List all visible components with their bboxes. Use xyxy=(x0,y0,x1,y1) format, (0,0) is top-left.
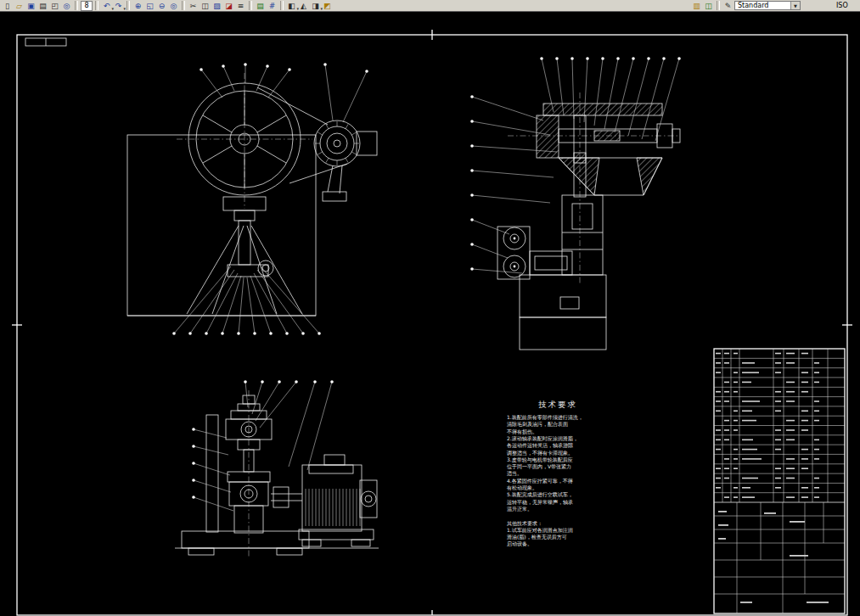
svg-text:3.皮带轮与电机带轮装配后应: 3.皮带轮与电机带轮装配后应 xyxy=(507,456,573,463)
chevron-down-icon[interactable]: ▼ xyxy=(790,2,800,9)
save-file-icon[interactable]: ▣ xyxy=(25,1,37,11)
zone-field[interactable]: 8 xyxy=(81,1,93,11)
drawing-area[interactable]: 技术要求 1.装配前所有零部件须进行清洗，清除毛刺及油污，配合表面不得有损伤。2… xyxy=(0,12,860,616)
find-icon[interactable]: ◎ xyxy=(61,1,72,11)
orbit-icon[interactable]: ◭ xyxy=(298,1,309,11)
markup-icon[interactable]: ✎ xyxy=(722,1,734,11)
new-file-icon[interactable]: ▯ xyxy=(2,1,13,11)
zoom-realtime-icon[interactable]: ⊕ xyxy=(132,1,143,11)
svg-text:滑油(脂)，检查无误后方可: 滑油(脂)，检查无误后方可 xyxy=(507,534,567,540)
svg-text:4.各紧固件应拧紧可靠，不得: 4.各紧固件应拧紧可靠，不得 xyxy=(507,478,573,484)
svg-text:其他技术要求：: 其他技术要求： xyxy=(507,520,542,527)
svg-text:有松动现象。: 有松动现象。 xyxy=(506,484,537,491)
dim-style-label[interactable]: ISO xyxy=(836,2,858,9)
toolbar-separator xyxy=(249,1,252,10)
svg-text:5.装配完成后进行空载试车，: 5.装配完成后进行空载试车， xyxy=(507,491,573,498)
tech-requirements-title: 技术要求 xyxy=(538,400,577,409)
toolbar-separator xyxy=(717,1,720,10)
calculator-icon[interactable]: # xyxy=(267,1,278,11)
toolbar-separator xyxy=(280,1,284,10)
text-style-combo[interactable]: Standard▼ xyxy=(734,1,801,10)
svg-text:适当。: 适当。 xyxy=(507,470,522,476)
tech-requirements: 技术要求 1.装配前所有零部件须进行清洗，清除毛刺及油污，配合表面不得有损伤。2… xyxy=(506,400,583,547)
front-view[interactable] xyxy=(127,73,377,316)
section-view[interactable] xyxy=(497,92,680,350)
toolbar: ▯▱▣▤◰◎8↶▾↷▾⊕◱⊖◎✂◫▨◪≡▤#◧▾◭◨▾◩▥◫✎Standard▼… xyxy=(0,0,860,12)
zoom-window-icon[interactable]: ◱ xyxy=(144,1,155,11)
drawing-canvas[interactable]: 技术要求 1.装配前所有零部件须进行清洗，清除毛刺及油污，配合表面不得有损伤。2… xyxy=(0,12,860,616)
cad-application-window: ▯▱▣▤◰◎8↶▾↷▾⊕◱⊖◎✂◫▨◪≡▤#◧▾◭◨▾◩▥◫✎Standard▼… xyxy=(0,0,860,616)
svg-text:清除毛刺及油污，配合表面: 清除毛刺及油污，配合表面 xyxy=(507,421,568,428)
toolbar-separator xyxy=(182,1,185,10)
svg-text:各运动件运转灵活，轴承游隙: 各运动件运转灵活，轴承游隙 xyxy=(507,442,573,449)
svg-text:运转平稳，无异常噪声，轴承: 运转平稳，无异常噪声，轴承 xyxy=(507,499,573,506)
undo-icon[interactable]: ↶▾ xyxy=(101,1,112,11)
svg-text:温升正常。: 温升正常。 xyxy=(507,506,532,512)
zoom-previous-icon[interactable]: ⊖ xyxy=(156,1,167,11)
toolbar-separator xyxy=(126,1,130,10)
svg-text:启动设备。: 启动设备。 xyxy=(507,540,532,547)
toolbar-separator xyxy=(75,1,78,10)
title-block[interactable] xyxy=(714,349,845,613)
svg-text:1.装配前所有零部件须进行清洗，: 1.装配前所有零部件须进行清洗， xyxy=(507,414,583,421)
parts-list-grid xyxy=(714,349,845,613)
tool-palettes-icon[interactable]: ▥ xyxy=(691,1,702,11)
visual-styles-icon[interactable]: ◨▾ xyxy=(310,1,321,11)
print-preview-icon[interactable]: ◰ xyxy=(49,1,60,11)
tech-requirements-body: 1.装配前所有零部件须进行清洗，清除毛刺及油污，配合表面不得有损伤。2.滚动轴承… xyxy=(506,414,583,547)
zoom-extents-icon[interactable]: ◎ xyxy=(168,1,179,11)
combo-value: Standard xyxy=(738,2,768,9)
open-file-icon[interactable]: ▱ xyxy=(14,1,25,11)
side-view[interactable] xyxy=(175,390,379,558)
print-icon[interactable]: ▤ xyxy=(37,1,48,11)
svg-text:不得有损伤。: 不得有损伤。 xyxy=(507,428,537,435)
redo-icon[interactable]: ↷▾ xyxy=(113,1,124,11)
copy-icon[interactable]: ◫ xyxy=(200,1,211,11)
svg-text:位于同一平面内，V带张紧力: 位于同一平面内，V带张紧力 xyxy=(507,463,571,470)
layers-icon[interactable]: ≡ xyxy=(235,1,246,11)
insert-table-icon[interactable]: ▤ xyxy=(255,1,266,11)
cut-icon[interactable]: ✂ xyxy=(188,1,199,11)
pulley-teeth xyxy=(315,121,359,165)
svg-text:调整适当，不得有卡滞现象。: 调整适当，不得有卡滞现象。 xyxy=(506,450,573,456)
sheet-border xyxy=(12,30,852,615)
named-views-icon[interactable]: ◧▾ xyxy=(286,1,297,11)
render-icon[interactable]: ◩ xyxy=(322,1,333,11)
erase-icon[interactable]: ◪ xyxy=(223,1,234,11)
paste-icon[interactable]: ▨ xyxy=(211,1,222,11)
chevron-down-icon[interactable]: ▾ xyxy=(123,7,126,11)
svg-text:1.试车前应对各润滑点加注润: 1.试车前应对各润滑点加注润 xyxy=(507,527,573,534)
svg-text:2.滚动轴承装配时应涂润滑脂，: 2.滚动轴承装配时应涂润滑脂， xyxy=(507,435,578,442)
properties-icon[interactable]: ◫ xyxy=(703,1,714,11)
motor-cooling-fins xyxy=(306,489,360,526)
toolbar-separator xyxy=(95,1,98,10)
